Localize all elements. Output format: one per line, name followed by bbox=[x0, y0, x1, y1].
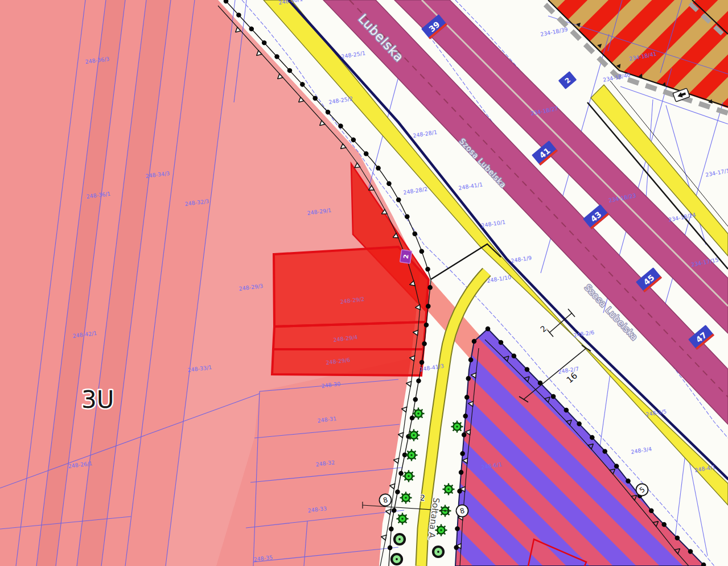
zone-code-label: 3U bbox=[81, 386, 114, 414]
tree-icon bbox=[443, 484, 455, 495]
tree-ring-icon bbox=[433, 547, 443, 557]
tree-ring-icon bbox=[394, 534, 405, 544]
tree-icon bbox=[451, 421, 463, 433]
tree-icon bbox=[400, 492, 412, 504]
tree-icon bbox=[408, 429, 420, 441]
dimension-label: 2 bbox=[419, 493, 425, 503]
marker-plate-2-purple: 2 bbox=[400, 250, 412, 263]
tree-icon bbox=[397, 513, 409, 525]
tree-icon bbox=[406, 449, 418, 461]
tree-icon bbox=[413, 408, 425, 420]
cadastral-map[interactable]: 248-36/3 248-36/1 248-34/3 248-32/3 248-… bbox=[0, 0, 728, 566]
tree-icon bbox=[403, 470, 415, 482]
map-canvas[interactable]: 248-36/3 248-36/1 248-34/3 248-32/3 248-… bbox=[0, 0, 728, 566]
tree-ring-icon bbox=[392, 554, 402, 564]
